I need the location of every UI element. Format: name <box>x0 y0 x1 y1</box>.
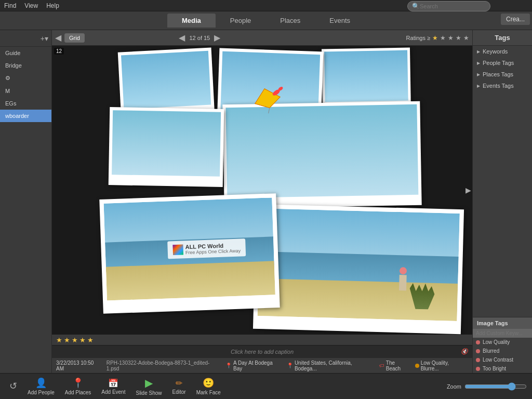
add-places-tool[interactable]: 📍 Add Places <box>61 375 96 397</box>
add-event-tool[interactable]: 📅 Add Event <box>97 376 129 397</box>
too-bright-dot <box>476 367 480 371</box>
prev-page-button[interactable]: ◀ <box>179 33 185 43</box>
star-1[interactable]: ★ <box>432 34 438 42</box>
photo-date: 3/22/2013 10:50 AM <box>56 360 102 371</box>
tag-icon-bodega: 📍 <box>225 363 232 368</box>
tag-item-people-tags[interactable]: ▶ People Tags <box>473 57 532 69</box>
photo-container: 12 <box>52 46 472 335</box>
photo-item-7[interactable] <box>253 204 464 334</box>
rating-star-1[interactable]: ★ <box>56 336 62 344</box>
star-4[interactable]: ★ <box>456 34 461 42</box>
tab-places[interactable]: Places <box>265 14 315 28</box>
rotate-tool[interactable]: ↺ <box>5 378 21 395</box>
menu-help[interactable]: Help <box>46 2 59 9</box>
sidebar-item-bridge[interactable]: Bridge <box>0 59 51 72</box>
tag-label-places-tags: Places Tags <box>483 71 513 77</box>
grid-view-button[interactable]: Grid <box>64 33 85 43</box>
left-arrow-nav[interactable]: ◀ <box>55 33 61 43</box>
tag-bodega: 📍 A Day At Bodega Bay <box>225 360 283 371</box>
caption-bar[interactable]: Click here to add caption 🔇 <box>52 345 472 357</box>
zoom-label: Zoom <box>447 383 461 390</box>
next-page-button[interactable]: ▶ <box>214 33 220 43</box>
tag-label-beach: The Beach <box>386 360 411 371</box>
photo-item-4[interactable] <box>109 107 224 187</box>
photo-item-6[interactable]: ALL PC World Free Apps One Click Away <box>99 193 280 314</box>
tag-item-events-tags[interactable]: ▶ Events Tags <box>473 80 532 91</box>
tag-label-california: United States, California, Bodega... <box>295 360 375 371</box>
tag-label-events-tags: Events Tags <box>483 83 514 89</box>
image-tag-too-bright[interactable]: Too Bright <box>473 364 532 373</box>
sidebar-item-guide[interactable]: Guide <box>0 47 51 59</box>
image-tag-blurred[interactable]: Blurred <box>473 347 532 355</box>
volume-icon[interactable]: 🔇 <box>461 348 468 355</box>
create-button[interactable]: Crea... <box>501 14 530 25</box>
quality-dot <box>415 364 419 368</box>
watermark-icon <box>172 244 183 255</box>
events-tags-arrow-icon: ▶ <box>477 84 480 88</box>
sidebar-item-m[interactable]: M <box>0 85 51 97</box>
slide-show-label: Slide Show <box>136 390 162 396</box>
rating-star-3[interactable]: ★ <box>72 336 78 344</box>
menu-view[interactable]: View <box>24 2 38 9</box>
photo-viewer: 12 <box>52 46 472 335</box>
rating-star-2[interactable]: ★ <box>64 336 70 344</box>
tag-item-places-tags[interactable]: ▶ Places Tags <box>473 69 532 80</box>
caption-text[interactable]: Click here to add caption <box>231 349 294 355</box>
rating-star-4[interactable]: ★ <box>79 336 86 344</box>
sidebar-item-settings[interactable]: ⚙ <box>0 72 51 85</box>
star-3[interactable]: ★ <box>448 34 454 42</box>
search-input[interactable] <box>420 3 487 9</box>
image-tag-label-low-contrast: Low Contrast <box>483 357 513 363</box>
info-bar: 3/22/2013 10:50 AM RPH-130322-Adobe-Bode… <box>52 357 472 373</box>
add-people-icon: 👤 <box>35 377 47 389</box>
ratings-label: Ratings ≥ <box>406 35 430 41</box>
tab-events[interactable]: Events <box>315 14 365 28</box>
search-bar[interactable]: 🔍 <box>407 1 490 11</box>
editor-tool[interactable]: ✏ Editor <box>168 376 190 397</box>
sidebar-item-egs[interactable]: EGs <box>0 97 51 110</box>
tab-people[interactable]: People <box>216 14 265 28</box>
tag-quality: Low Quality, Blurre... <box>415 360 468 371</box>
custom-keyword-input[interactable] <box>473 329 532 338</box>
add-icon[interactable]: +▾ <box>41 34 48 43</box>
add-event-icon: 📅 <box>108 378 118 388</box>
add-people-label: Add People <box>28 390 55 395</box>
mark-face-tool[interactable]: 🙂 Mark Face <box>192 375 225 397</box>
add-event-label: Add Event <box>101 389 125 395</box>
kite-svg <box>247 83 289 117</box>
kite-image <box>249 87 286 115</box>
image-tag-low-quality[interactable]: Low Quality <box>473 338 532 347</box>
rotate-icon: ↺ <box>9 380 17 392</box>
left-sidebar: +▾ Guide Bridge ⚙ M EGs wboarder <box>0 30 52 373</box>
tab-media[interactable]: Media <box>167 14 216 28</box>
watermark: ALL PC World Free Apps One Click Away <box>167 238 246 259</box>
image-tag-label-too-bright: Too Bright <box>483 366 506 371</box>
tag-label-quality: Low Quality, Blurre... <box>421 360 468 371</box>
play-button[interactable]: ▶ <box>466 186 471 194</box>
rating-star-5[interactable]: ★ <box>87 336 94 344</box>
center-content: ◀ Grid ◀ 12 of 15 ▶ Ratings ≥ ★ ★ ★ ★ ★ … <box>52 30 472 373</box>
tag-item-keywords[interactable]: ▶ Keywords <box>473 46 532 57</box>
star-2[interactable]: ★ <box>440 34 446 42</box>
image-tag-low-contrast[interactable]: Low Contrast <box>473 355 532 364</box>
zoom-slider[interactable] <box>464 382 527 391</box>
add-places-icon: 📍 <box>72 377 84 389</box>
slide-show-tool[interactable]: ▶ Slide Show <box>131 375 166 398</box>
svg-line-2 <box>267 108 271 113</box>
menu-bar: Find View Help 🔍 <box>0 0 532 11</box>
slide-show-icon: ▶ <box>145 377 153 389</box>
tab-bar: Media People Places Events Crea... <box>0 11 532 30</box>
mark-face-label: Mark Face <box>196 390 221 395</box>
photo-ratings-bar: ★ ★ ★ ★ ★ <box>52 335 472 345</box>
tag-label-people-tags: People Tags <box>483 60 514 66</box>
image-tags-section: Image Tags Low Quality Blurred Low Contr… <box>473 317 532 373</box>
tag-label-keywords: Keywords <box>483 48 508 55</box>
add-people-tool[interactable]: 👤 Add People <box>23 375 59 397</box>
star-5[interactable]: ★ <box>463 34 469 42</box>
person-body <box>399 275 407 290</box>
ratings-area: Ratings ≥ ★ ★ ★ ★ ★ <box>406 34 469 42</box>
photo-number-label: 12 <box>54 48 64 55</box>
menu-find[interactable]: Find <box>4 2 16 9</box>
sidebar-item-wboarder[interactable]: wboarder <box>0 110 51 122</box>
photo-item-5[interactable] <box>222 101 421 209</box>
